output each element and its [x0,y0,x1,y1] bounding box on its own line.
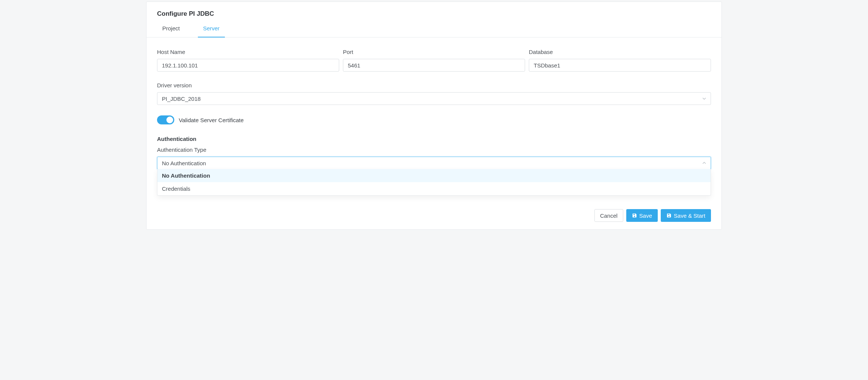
row-connection: Host Name Port Database [157,49,711,72]
validate-cert-label: Validate Server Certificate [179,117,244,123]
host-input[interactable] [157,59,339,72]
chevron-down-icon [702,97,706,100]
cancel-label: Cancel [600,212,618,219]
save-icon [632,213,637,218]
field-host: Host Name [157,49,339,72]
database-input[interactable] [529,59,711,72]
database-label: Database [529,49,711,55]
field-driver: Driver version PI_JDBC_2018 [157,82,711,105]
host-label: Host Name [157,49,339,55]
auth-type-dropdown: No Authentication Credentials [157,169,711,196]
tabs: Project Server [147,22,721,37]
driver-select[interactable]: PI_JDBC_2018 [157,92,711,105]
port-input[interactable] [343,59,525,72]
driver-value: PI_JDBC_2018 [162,96,201,102]
save-start-button[interactable]: Save & Start [661,209,711,222]
footer-actions: Cancel Save Save & Start [157,209,711,222]
auth-option-no-auth[interactable]: No Authentication [157,169,711,182]
toggle-knob [166,117,173,123]
validate-cert-toggle[interactable] [157,115,174,124]
auth-type-select[interactable]: No Authentication [157,157,711,169]
card-title: Configure PI JDBC [157,10,711,18]
tab-project[interactable]: Project [157,22,185,37]
card-body: Host Name Port Database Driver version P… [147,37,721,229]
driver-label: Driver version [157,82,711,88]
configure-card: Configure PI JDBC Project Server Host Na… [146,1,722,230]
tab-server[interactable]: Server [198,22,225,37]
save-label: Save [639,212,652,219]
auth-type-value: No Authentication [162,160,206,166]
field-port: Port [343,49,525,72]
field-database: Database [529,49,711,72]
port-label: Port [343,49,525,55]
save-icon [666,213,672,218]
auth-option-credentials[interactable]: Credentials [157,182,711,195]
chevron-up-icon [702,161,706,165]
save-button[interactable]: Save [626,209,658,222]
validate-cert-row: Validate Server Certificate [157,115,711,124]
cancel-button[interactable]: Cancel [594,209,623,222]
save-start-label: Save & Start [674,212,705,219]
auth-section-title: Authentication [157,136,711,142]
card-header: Configure PI JDBC [147,2,721,18]
auth-type-label: Authentication Type [157,147,711,153]
